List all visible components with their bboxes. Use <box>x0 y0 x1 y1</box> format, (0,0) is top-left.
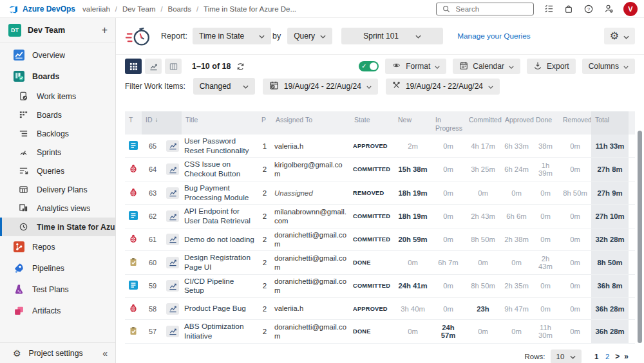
sidebar-item-repos[interactable]: Repos <box>0 236 115 257</box>
last-page-button[interactable]: » <box>624 352 629 361</box>
time-in-progress: 0m <box>431 163 465 175</box>
sidebar-item-sprints[interactable]: Sprints <box>0 143 115 162</box>
work-item-title[interactable]: Design Registration Page UI <box>182 251 258 274</box>
row-chart-button[interactable] <box>166 163 179 175</box>
column-header-state[interactable]: State <box>350 111 394 135</box>
column-header-committed[interactable]: Committed <box>465 111 501 135</box>
column-header-in-progress[interactable]: In Progress <box>431 111 465 135</box>
chevron-down-icon <box>415 32 421 41</box>
work-item-title[interactable]: API Endpoint for User Data Retrieval <box>182 205 258 227</box>
column-header-label: T <box>129 116 133 135</box>
sidebar-item-work-items[interactable]: Work items <box>0 87 115 106</box>
row-chart-button[interactable] <box>166 210 179 222</box>
work-items-table: TID↓TitlePAssigned ToStateNewIn Progress… <box>125 111 635 344</box>
work-item-title[interactable]: CI/CD Pipeline Setup <box>182 275 258 297</box>
query-select[interactable]: Sprint 101 <box>341 28 443 44</box>
column-header-done[interactable]: Done <box>532 111 559 135</box>
row-chart-button[interactable] <box>166 140 179 152</box>
report-type-select[interactable]: Time in State <box>193 28 271 44</box>
column-header-id[interactable]: ID↓ <box>142 111 182 135</box>
row-chart-button[interactable] <box>166 234 179 245</box>
column-header-new[interactable]: New <box>394 111 431 135</box>
search-box[interactable] <box>436 3 534 15</box>
grid-view-button[interactable] <box>125 59 142 74</box>
board-view-button[interactable] <box>165 59 182 74</box>
sidebar-item-analytics-views[interactable]: Analytics views <box>0 199 115 218</box>
add-team-button[interactable]: + <box>102 25 108 35</box>
rows-per-page-select[interactable]: 10 <box>551 349 582 363</box>
breadcrumb-item[interactable]: Boards <box>168 5 191 13</box>
row-chart-button[interactable] <box>166 280 179 292</box>
column-header-label: Removed <box>563 116 592 135</box>
next-page-button[interactable]: > <box>615 352 620 361</box>
project-settings-button[interactable]: ⚙ Project settings « <box>0 342 115 363</box>
work-item-title[interactable]: CSS Issue on Checkout Button <box>182 158 258 180</box>
work-item-title[interactable]: Bug Payment Processing Module <box>182 182 258 204</box>
sidebar-item-time-in-state-for-azure-devo[interactable]: Time in State for Azure DevO... <box>0 218 115 236</box>
total-time: 36h 8m <box>591 275 629 297</box>
column-header-removed[interactable]: Removed <box>559 111 591 135</box>
sidebar-item-boards[interactable]: Boards <box>0 106 115 124</box>
row-chart-cell <box>164 301 182 317</box>
help-icon[interactable]: ? <box>583 5 594 14</box>
row-chart-cell <box>164 138 182 154</box>
export-button[interactable]: Export <box>527 59 576 74</box>
settings-dropdown-button[interactable]: ⚙ <box>604 28 635 44</box>
date-range-button-1[interactable]: 19/Aug/24 - 22/Aug/24 <box>263 79 378 95</box>
manage-queries-link[interactable]: Manage your Queries <box>457 32 530 41</box>
column-header-assigned-to[interactable]: Assigned To <box>272 111 350 135</box>
page-button-1[interactable]: 1 <box>593 353 600 360</box>
breadcrumb-item[interactable]: valeriiah <box>82 5 110 13</box>
work-item-title[interactable]: Demo do not loading <box>182 233 258 247</box>
search-input[interactable] <box>455 5 528 14</box>
page-button-2[interactable]: 2 <box>604 353 611 360</box>
calendar-button[interactable]: Calendar <box>453 59 520 74</box>
work-item-title[interactable]: User Password Reset Functionality <box>182 135 258 157</box>
time-done: 0m <box>532 280 559 292</box>
column-header-t[interactable]: T <box>125 111 142 135</box>
chart-view-button[interactable] <box>145 59 162 74</box>
sidebar-item-test-plans[interactable]: Test Plans <box>0 279 115 300</box>
sidebar-item-pipelines[interactable]: Pipelines <box>0 257 115 279</box>
view-toggle-switch[interactable]: ✓ <box>359 61 379 71</box>
task-list-icon[interactable] <box>544 4 554 14</box>
sidebar-item-artifacts[interactable]: Artifacts <box>0 300 115 321</box>
breadcrumb-item[interactable]: Time in State for Azure De... <box>204 5 296 13</box>
format-button[interactable]: Format <box>385 59 446 74</box>
row-chart-button[interactable] <box>166 187 179 199</box>
sidebar-item-queries[interactable]: Queries <box>0 162 115 180</box>
group-by-select[interactable]: Query <box>287 28 332 44</box>
row-chart-button[interactable] <box>166 257 179 268</box>
column-header-title[interactable]: Title <box>182 111 258 135</box>
sidebar-item-backlogs[interactable]: Backlogs <box>0 124 115 143</box>
columns-button[interactable]: Columns <box>582 59 635 74</box>
brand-title[interactable]: Azure DevOps <box>23 5 75 14</box>
sidebar-item-label: Delivery Plans <box>37 185 88 194</box>
user-settings-icon[interactable] <box>603 4 614 14</box>
work-item-title[interactable]: Product Page Bug <box>182 302 258 315</box>
row-chart-button[interactable] <box>166 303 179 315</box>
team-header[interactable]: DT Dev Team + <box>0 18 115 42</box>
export-label: Export <box>547 62 569 71</box>
breadcrumb-item[interactable]: Dev Team <box>122 5 156 13</box>
changed-filter-select[interactable]: Changed <box>193 78 255 95</box>
sidebar-item-delivery-plans[interactable]: Delivery Plans <box>0 180 115 199</box>
row-chart-button[interactable] <box>166 326 179 337</box>
column-header-p[interactable]: P <box>258 111 272 135</box>
sidebar-item-boards[interactable]: Boards <box>0 66 115 87</box>
toolbar-actions: ✓ Format Calendar Ex <box>359 59 635 74</box>
vertical-scrollbar[interactable] <box>638 131 642 343</box>
time-removed: 0m <box>559 280 591 292</box>
column-header-approved[interactable]: Approved <box>501 111 532 135</box>
export-icon <box>533 61 542 72</box>
briefcase-icon[interactable] <box>564 5 574 14</box>
column-header-total[interactable]: Total <box>591 111 629 135</box>
time-committed: 3h 25m <box>465 163 501 175</box>
collapse-sidebar-icon[interactable]: « <box>102 348 108 358</box>
azure-devops-logo-icon[interactable] <box>8 4 18 14</box>
date-range-button-2[interactable]: 19/Aug/24 - 22/Aug/24 <box>386 79 500 95</box>
work-item-title[interactable]: ABS Optimization Initiative <box>182 320 258 342</box>
refresh-icon[interactable] <box>236 62 245 71</box>
sidebar-item-overview[interactable]: Overview <box>0 44 115 66</box>
avatar[interactable]: V <box>623 2 638 16</box>
